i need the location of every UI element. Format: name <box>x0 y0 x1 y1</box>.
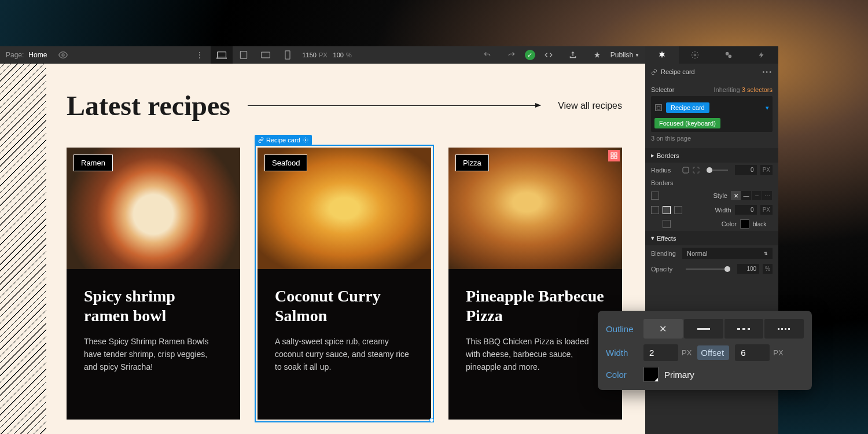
design-canvas[interactable]: Latest recipes View all recipes Ramen Sp… <box>0 64 645 434</box>
kebab-menu-icon[interactable]: ⋮ <box>189 46 211 64</box>
border-style-none[interactable]: ✕ <box>731 191 741 200</box>
radius-individual-icon[interactable] <box>693 167 700 174</box>
svg-rect-3 <box>262 52 270 58</box>
audit-icon[interactable] <box>586 46 608 64</box>
radius-slider[interactable] <box>707 170 728 171</box>
preview-icon[interactable] <box>58 50 68 60</box>
selector-chip[interactable]: Recipe card <box>666 102 709 113</box>
tab-interactions[interactable] <box>745 46 779 64</box>
inheriting-label: Inheriting <box>713 86 740 93</box>
outline-offset-input[interactable] <box>735 344 770 361</box>
category-tag[interactable]: Seafood <box>264 155 307 171</box>
border-width-unit[interactable]: PX <box>760 205 773 215</box>
dropdown-arrow-icon[interactable]: ▾ <box>766 104 769 112</box>
effects-section-header[interactable]: ▾ Effects <box>645 231 778 245</box>
recipe-description: These Spicy Shrimp Ramen Bowls have tend… <box>84 336 223 373</box>
category-tag[interactable]: Pizza <box>455 155 489 171</box>
gear-icon[interactable] <box>303 137 308 143</box>
view-all-link[interactable]: View all recipes <box>558 101 622 111</box>
outline-style-none[interactable]: ✕ <box>643 319 683 339</box>
outline-width-input[interactable] <box>643 344 678 361</box>
border-width-input[interactable] <box>735 205 757 215</box>
opacity-input[interactable] <box>737 264 759 274</box>
more-icon[interactable]: ••• <box>762 68 773 75</box>
border-style-dashed[interactable]: ╌ <box>752 191 762 200</box>
tab-styles-manager[interactable] <box>712 46 745 64</box>
radius-input[interactable] <box>735 165 757 175</box>
recipe-image: Ramen <box>67 148 240 269</box>
border-color-label: Color <box>722 220 737 227</box>
device-mobile-icon[interactable] <box>277 46 299 64</box>
recipe-image: Pizza <box>448 148 622 269</box>
radius-unit[interactable]: PX <box>760 165 773 175</box>
outline-popup: Outline ✕ Width PX Offset PX Color Prima… <box>598 311 812 390</box>
outline-style-dashed[interactable] <box>724 319 764 339</box>
tab-style[interactable] <box>645 46 679 64</box>
tab-settings[interactable] <box>679 46 712 64</box>
svg-rect-2 <box>241 52 247 59</box>
viewport-width: 1150 <box>302 52 316 58</box>
recipe-title: Pineapple Barbecue Pizza <box>466 286 605 325</box>
undo-icon[interactable] <box>476 46 498 64</box>
component-icon <box>654 104 663 112</box>
zoom-unit: % <box>346 52 352 58</box>
recipe-card[interactable]: Recipe card Seafood Coconut Curry Salmon… <box>258 148 431 420</box>
opacity-label: Opacity <box>651 266 679 273</box>
border-center-icon[interactable] <box>663 206 671 214</box>
opacity-slider[interactable] <box>686 269 730 270</box>
recipe-card[interactable]: Ramen Spicy shrimp ramen bowl These Spic… <box>67 148 240 420</box>
device-desktop-icon[interactable] <box>211 46 233 64</box>
viewport-readout[interactable]: 1150 PX 100 % <box>302 52 355 58</box>
link-icon <box>258 137 264 143</box>
link-icon <box>651 69 657 75</box>
selection-badge[interactable]: Recipe card <box>255 135 312 145</box>
border-style-solid[interactable]: — <box>741 191 752 200</box>
radius-uniform-icon[interactable] <box>682 167 689 174</box>
border-bottom-icon[interactable] <box>663 220 671 228</box>
border-right-icon[interactable] <box>674 206 682 214</box>
collection-badge-icon[interactable] <box>608 150 620 161</box>
publish-button[interactable]: Publish ▼ <box>610 51 639 59</box>
state-chip[interactable]: Focused (keyboard) <box>654 118 720 128</box>
selector-field[interactable]: Recipe card ▾ Focused (keyboard) <box>651 96 773 132</box>
blending-select[interactable]: Normal⇅ <box>682 248 773 259</box>
section-heading[interactable]: Latest recipes <box>67 90 230 122</box>
outline-offset-unit[interactable]: PX <box>773 348 783 357</box>
device-tablet-icon[interactable] <box>233 46 255 64</box>
border-style-dotted[interactable]: ⋯ <box>762 191 773 200</box>
inheriting-count[interactable]: 3 selectors <box>742 86 773 93</box>
code-icon[interactable] <box>538 46 560 64</box>
outline-color-name[interactable]: Primary <box>664 370 694 380</box>
svg-point-5 <box>304 139 306 141</box>
outline-style-solid[interactable] <box>684 319 723 339</box>
resize-handle[interactable] <box>429 418 434 422</box>
outline-width-unit[interactable]: PX <box>682 348 692 357</box>
outline-style-dotted[interactable] <box>764 319 804 339</box>
outline-color-swatch[interactable] <box>643 367 659 382</box>
outline-width-label: Width <box>606 348 638 358</box>
border-color-value: black <box>753 221 773 227</box>
redo-icon[interactable] <box>501 46 523 64</box>
borders-label: Borders <box>651 179 679 186</box>
device-tablet-landscape-icon[interactable] <box>255 46 277 64</box>
border-all-icon[interactable] <box>651 192 659 200</box>
svg-rect-4 <box>285 51 290 59</box>
svg-rect-12 <box>657 106 660 109</box>
page-label: Page: <box>6 51 24 59</box>
opacity-unit[interactable]: % <box>763 264 773 274</box>
viewport-width-unit: PX <box>319 52 328 58</box>
recipe-card[interactable]: Pizza Pineapple Barbecue Pizza This BBQ … <box>448 148 622 420</box>
border-top-icon[interactable] <box>651 206 659 214</box>
radius-label: Radius <box>651 167 679 174</box>
export-icon[interactable] <box>562 46 584 64</box>
element-breadcrumb[interactable]: Recipe card ••• <box>645 64 778 80</box>
border-color-swatch[interactable] <box>740 219 749 229</box>
svg-rect-9 <box>615 156 617 159</box>
border-style-label: Style <box>713 192 727 199</box>
page-name[interactable]: Home <box>28 51 47 59</box>
recipe-title: Coconut Curry Salmon <box>275 286 414 325</box>
divider-arrow <box>248 105 540 106</box>
category-tag[interactable]: Ramen <box>73 155 113 171</box>
status-ok-icon[interactable]: ✓ <box>525 50 535 60</box>
borders-section-header[interactable]: ▸ Borders <box>645 148 778 163</box>
